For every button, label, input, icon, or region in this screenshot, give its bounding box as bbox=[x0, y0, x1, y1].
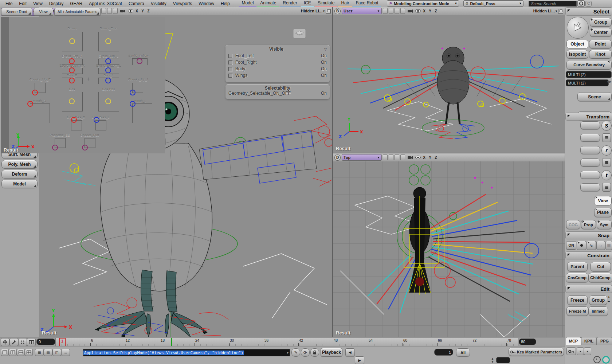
control-handle-cheeks-up-r[interactable] bbox=[32, 90, 38, 95]
toolbar-button-deform[interactable]: Deform bbox=[1, 170, 38, 179]
rotate-options-button[interactable] bbox=[602, 158, 611, 167]
timeline-start-field[interactable]: 0 bbox=[36, 338, 55, 345]
refresh-icon[interactable]: ⟳ bbox=[301, 348, 310, 357]
axis-z-button[interactable]: Z bbox=[146, 8, 151, 13]
memo-cam-slot[interactable] bbox=[383, 8, 388, 14]
object-button[interactable]: Object bbox=[566, 40, 588, 48]
snap-point-button[interactable] bbox=[577, 241, 586, 250]
translate-options-button[interactable] bbox=[602, 183, 611, 192]
viewport-d-letter[interactable]: D bbox=[334, 154, 341, 161]
control-handle-lips-bias-l[interactable] bbox=[94, 117, 99, 123]
immed-button[interactable]: Immed bbox=[588, 306, 608, 316]
ref-view-button[interactable]: View bbox=[594, 196, 612, 206]
playhead-marker[interactable]: 1 bbox=[59, 338, 66, 347]
layout-columns-icon[interactable]: ◫ bbox=[52, 349, 61, 356]
module-menu-render[interactable]: Render bbox=[280, 0, 300, 7]
target-icon[interactable] bbox=[593, 356, 601, 363]
object-view-canvas[interactable]: BrowsBrows_EmoEyelid_Top_REyelid_Top_LEy… bbox=[1, 17, 165, 153]
script-command-field[interactable]: Application.SetDisplayMode("Views.ViewA.… bbox=[83, 349, 290, 356]
module-menu-ice[interactable]: ICE bbox=[301, 0, 314, 7]
control-handle-brows-emo[interactable] bbox=[105, 38, 111, 44]
control-handle-lips-roll[interactable] bbox=[105, 98, 111, 104]
control-handle-eyelid-follow[interactable] bbox=[137, 58, 142, 64]
current-frame-field[interactable]: 1 bbox=[434, 349, 453, 356]
control-handle-eyelid-bottom-l[interactable] bbox=[105, 67, 111, 73]
knot-button[interactable]: Knot bbox=[589, 50, 612, 59]
axis-z-button[interactable]: Z bbox=[434, 8, 438, 13]
search-scope-button[interactable]: C bbox=[585, 1, 592, 7]
visibility-row-foot_left[interactable]: Foot_LeftOn bbox=[228, 52, 327, 59]
control-box-mouth-l[interactable] bbox=[132, 103, 152, 123]
module-menu-animate[interactable]: Animate bbox=[257, 0, 279, 7]
explorer-view-button[interactable]: View bbox=[34, 8, 53, 16]
visibility-item-value[interactable]: On bbox=[321, 53, 327, 58]
toolbar-button-model[interactable]: Model bbox=[1, 180, 38, 188]
group-minus-button[interactable]: – bbox=[608, 299, 610, 304]
camera-icon[interactable] bbox=[408, 8, 413, 14]
layout-rows-icon[interactable]: ▤ bbox=[44, 349, 52, 356]
axis-z-button[interactable]: Z bbox=[434, 155, 438, 160]
rotate-button[interactable]: r bbox=[601, 145, 612, 156]
keyframe-prev-button[interactable]: ◂ bbox=[577, 347, 584, 355]
tab-mcp[interactable]: MCP bbox=[566, 337, 581, 345]
menu-display[interactable]: Display bbox=[46, 0, 67, 7]
control-handle-brows[interactable] bbox=[69, 38, 75, 44]
key-marked-parameters-button[interactable]: Key Marked Parameters bbox=[509, 348, 564, 356]
axis-x-button[interactable]: X bbox=[422, 8, 427, 13]
layout-grid-icon[interactable]: ▦ bbox=[35, 349, 44, 356]
memo-cam-slot[interactable] bbox=[400, 8, 405, 14]
menu-edit[interactable]: Edit bbox=[16, 0, 30, 7]
selection-field[interactable]: MULTI (2) bbox=[566, 71, 612, 78]
control-handle-eyelid-bottom-r[interactable] bbox=[69, 67, 75, 73]
freeze-button[interactable]: Freeze bbox=[567, 295, 588, 305]
cog-button[interactable]: COG bbox=[566, 220, 580, 229]
visibility-item-value[interactable]: On bbox=[321, 73, 327, 78]
layout-split2-icon[interactable] bbox=[9, 349, 17, 356]
menu-viewports[interactable]: Viewports bbox=[170, 0, 195, 7]
control-handle-cheeks-puff[interactable] bbox=[82, 145, 88, 150]
sym-button[interactable]: Sym bbox=[597, 220, 612, 229]
layout-full-icon[interactable] bbox=[1, 349, 9, 356]
checkbox-icon[interactable] bbox=[228, 54, 232, 58]
scene-search-input[interactable]: Scene Search bbox=[529, 1, 577, 7]
scale-button[interactable]: S bbox=[601, 121, 612, 131]
center-button[interactable]: Center bbox=[590, 28, 612, 37]
checkbox-icon[interactable] bbox=[228, 60, 232, 64]
toolbar-button-poly-mesh[interactable]: Poly. Mesh bbox=[1, 160, 38, 169]
memo-cam-slot[interactable] bbox=[107, 8, 112, 14]
viewport-b-display-dropdown[interactable]: Hidden Li... ▾ bbox=[533, 9, 557, 13]
pass-selector-dropdown[interactable]: ⚙ Default_Pass ▼ bbox=[463, 0, 523, 7]
control-handle-mouth-r[interactable] bbox=[27, 101, 33, 107]
auto-key-field[interactable] bbox=[496, 357, 510, 363]
axis-x-button[interactable]: X bbox=[422, 155, 427, 160]
group-edit-button[interactable]: Group bbox=[589, 295, 607, 305]
eye-icon[interactable] bbox=[128, 8, 133, 14]
cut-constraint-button[interactable]: Cut bbox=[591, 262, 611, 271]
viewport-a-display-dropdown[interactable]: Hidden Li... ▾ bbox=[301, 9, 325, 13]
snap-grid-button[interactable]: ▦ bbox=[605, 241, 612, 250]
memo-cam-slot[interactable] bbox=[400, 154, 405, 160]
memo-cam-slot[interactable] bbox=[395, 154, 399, 160]
viewport-b-camera-dropdown[interactable]: User▼ bbox=[342, 8, 382, 14]
selection-scroll-arrows[interactable]: ◀▶ bbox=[607, 80, 612, 83]
pan-icon[interactable] bbox=[1, 338, 9, 346]
control-box-mouth-r[interactable] bbox=[30, 103, 50, 123]
memo-cam-slot[interactable] bbox=[395, 8, 399, 14]
menu-view[interactable]: View bbox=[30, 0, 46, 7]
auto-spinner-icons[interactable]: ▲▼ bbox=[491, 357, 494, 364]
scale-options-button[interactable] bbox=[602, 133, 611, 142]
transform-field[interactable] bbox=[580, 158, 600, 167]
collapse-triangle-icon[interactable]: ▽ bbox=[324, 47, 327, 51]
viewport-b-letter[interactable]: B bbox=[334, 8, 341, 14]
parent-constraint-button[interactable]: Parent bbox=[567, 262, 588, 271]
menu-window[interactable]: Window bbox=[195, 0, 217, 7]
section-collapse-icon[interactable] bbox=[568, 234, 570, 236]
axis-x-button[interactable]: X bbox=[134, 8, 139, 13]
script-list-icon[interactable]: ☰ bbox=[61, 349, 70, 356]
tab-kpl[interactable]: KP/L bbox=[581, 337, 597, 345]
isopoint-button[interactable]: Isopoint bbox=[566, 50, 588, 59]
chldcomp-button[interactable]: ChldComp bbox=[588, 273, 612, 282]
viewport-resize-icon[interactable] bbox=[326, 9, 331, 13]
menu-camera[interactable]: Camera bbox=[125, 0, 148, 7]
curve-boundary-button[interactable]: Curve Boundary bbox=[566, 60, 612, 70]
